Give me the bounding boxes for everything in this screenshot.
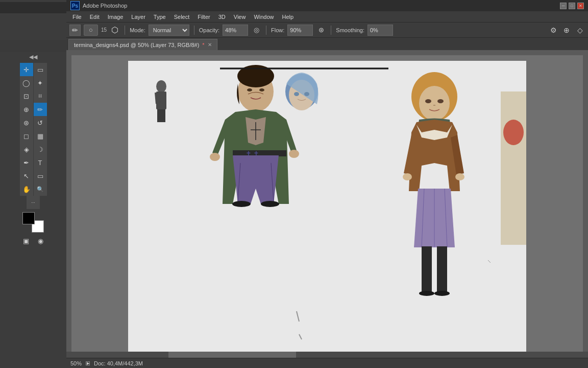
title-bar: Ps Adobe Photoshop ─ □ ✕ — [66, 0, 588, 11]
separator-4 — [331, 26, 331, 35]
menu-select[interactable]: Select — [170, 13, 194, 21]
tool-row-9: ↖ ▭ — [20, 169, 47, 182]
clone-tool[interactable]: ⊛ — [20, 116, 33, 129]
menu-type[interactable]: Type — [150, 13, 170, 21]
active-tool-icon: ✏ — [69, 25, 81, 36]
window-title: Adobe Photoshop — [83, 3, 127, 9]
document-tab[interactable]: termina_designs4.psd @ 50% (Layer 73, RG… — [68, 39, 217, 50]
tool-row-6: ◻ ▦ — [20, 129, 47, 143]
quick-mask-btn[interactable]: ◉ — [34, 235, 46, 247]
mode-label: Mode: — [130, 27, 145, 33]
gradient-tool[interactable]: ▦ — [34, 129, 47, 143]
opacity-label: Opacity: — [199, 27, 219, 33]
blur-tool[interactable]: ◈ — [20, 143, 33, 156]
smoothing-value[interactable]: 0% — [368, 25, 393, 36]
svg-point-10 — [247, 88, 252, 91]
svg-rect-39 — [501, 91, 526, 245]
svg-point-16 — [289, 150, 299, 158]
svg-point-40 — [503, 120, 524, 145]
brush-settings-icon[interactable]: ⬡ — [110, 25, 120, 35]
opacity-icon[interactable]: ◎ — [251, 25, 261, 35]
dodge-tool[interactable]: ☽ — [34, 143, 47, 156]
svg-rect-0 — [128, 61, 526, 352]
svg-point-38 — [434, 291, 450, 296]
symmetry-icon[interactable]: ⊕ — [561, 25, 572, 35]
partial-right-character — [501, 91, 526, 245]
crop-tool[interactable]: ⊡ — [20, 89, 33, 103]
menu-window[interactable]: Window — [250, 13, 278, 21]
canvas-area[interactable]: ✝ ✝ — [66, 50, 588, 358]
tool-row-5: ⊛ ↺ — [20, 116, 47, 129]
menu-file[interactable]: File — [68, 13, 86, 21]
maximize-btn[interactable]: □ — [569, 3, 575, 9]
screen-mode-btn[interactable]: ▣ — [20, 235, 32, 247]
separator-2 — [194, 26, 194, 35]
color-swatches — [20, 212, 46, 233]
move-tool[interactable]: ✛ — [20, 63, 33, 76]
zoom-level: 50% — [70, 360, 82, 366]
foreground-color-swatch[interactable] — [22, 212, 35, 224]
menu-image[interactable]: Image — [104, 13, 128, 21]
quick-mask-row: ▣ ◉ — [20, 235, 46, 247]
options-bar: ✏ ○ 15 ⬡ Mode: Normal Multiply Screen Op… — [66, 22, 588, 38]
tab-close-btn[interactable]: ✕ — [208, 42, 212, 48]
pen-tool[interactable]: ✒ — [20, 156, 33, 169]
status-arrow-btn[interactable]: ▶ — [86, 361, 90, 365]
lasso-tool[interactable]: ◯ — [20, 76, 33, 89]
close-btn[interactable]: ✕ — [577, 3, 584, 9]
flow-value[interactable]: 90% — [287, 25, 313, 36]
smoothing-label: Smoothing: — [336, 27, 364, 33]
more-tools[interactable]: ··· — [27, 196, 40, 209]
brush-size-display: 15 — [101, 27, 107, 33]
content-area: ✝ ✝ — [66, 50, 588, 358]
eyedropper-tool[interactable]: ⌗ — [34, 89, 47, 103]
svg-point-31 — [455, 173, 464, 180]
ps-window: Ps Adobe Photoshop ─ □ ✕ File Edit Image… — [66, 0, 588, 368]
svg-rect-35 — [422, 246, 432, 292]
marquee-rect-tool[interactable]: ▭ — [34, 63, 47, 76]
menu-view[interactable]: View — [230, 13, 250, 21]
minimize-btn[interactable]: ─ — [560, 3, 567, 9]
artwork-svg: ✝ ✝ — [128, 61, 526, 352]
menu-help[interactable]: Help — [278, 13, 298, 21]
toolbar-collapse[interactable]: ◀◀ — [0, 52, 66, 62]
svg-rect-7 — [161, 109, 165, 122]
svg-point-15 — [210, 153, 220, 161]
svg-rect-6 — [157, 109, 161, 122]
tool-row-10: ✋ 🔍 — [20, 182, 47, 196]
path-select-tool[interactable]: ↖ — [20, 169, 33, 182]
heal-tool[interactable]: ⊕ — [20, 103, 33, 116]
hand-tool[interactable]: ✋ — [20, 182, 33, 196]
svg-point-21 — [261, 201, 279, 207]
horizontal-scrollbar[interactable] — [66, 352, 588, 358]
menu-filter[interactable]: Filter — [193, 13, 214, 21]
scrollbar-thumb[interactable] — [168, 352, 296, 358]
tool-row-7: ◈ ☽ — [20, 143, 47, 156]
svg-point-29 — [437, 99, 444, 103]
status-bar: 50% ▶ Doc: 40,4M/442,3M — [66, 358, 588, 368]
menu-edit[interactable]: Edit — [86, 13, 104, 21]
modified-indicator: * — [202, 42, 204, 48]
separator-3 — [266, 26, 266, 35]
opacity-value[interactable]: 48% — [223, 25, 248, 36]
svg-point-28 — [425, 99, 431, 103]
menu-layer[interactable]: Layer — [127, 13, 150, 21]
shape-tool[interactable]: ▭ — [34, 169, 47, 182]
brush-preset-picker[interactable]: ○ — [84, 25, 98, 36]
flow-icon[interactable]: ⊛ — [316, 25, 326, 35]
svg-point-24 — [294, 92, 299, 96]
mode-select[interactable]: Normal Multiply Screen — [149, 25, 189, 36]
history-brush-tool[interactable]: ↺ — [34, 116, 47, 129]
tool-row-1: ✛ ▭ — [20, 63, 47, 76]
svg-point-11 — [259, 88, 264, 91]
eraser-tool[interactable]: ◻ — [20, 129, 33, 143]
zoom-tool[interactable]: 🔍 — [34, 182, 47, 196]
brush-tool[interactable]: ✏ — [34, 103, 47, 116]
left-tools-panel: ◀◀ ✛ ▭ ◯ ✦ ⊡ ⌗ ⊕ ✏ ⊛ ↺ ◻ ▦ ◈ ☽ ✒ T ↖ ▭ ✋… — [0, 0, 66, 368]
tab-bar: termina_designs4.psd @ 50% (Layer 73, RG… — [66, 38, 588, 50]
menu-3d[interactable]: 3D — [214, 13, 230, 21]
settings-icon[interactable]: ⚙ — [548, 25, 558, 35]
pressure-icon[interactable]: ◇ — [575, 25, 585, 35]
magic-wand-tool[interactable]: ✦ — [34, 76, 47, 89]
text-tool[interactable]: T — [34, 156, 47, 169]
